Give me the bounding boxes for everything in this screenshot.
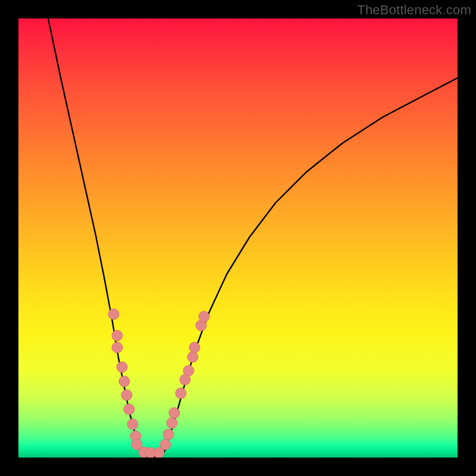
data-marker <box>189 342 200 353</box>
data-marker <box>121 390 132 400</box>
data-marker <box>169 408 180 418</box>
marker-layer <box>108 309 209 458</box>
data-marker <box>183 365 194 376</box>
data-marker <box>124 404 134 415</box>
chart-svg <box>18 18 458 458</box>
data-marker <box>187 352 198 362</box>
data-marker <box>199 311 209 322</box>
data-marker <box>176 388 186 399</box>
data-marker <box>119 376 130 387</box>
data-marker <box>163 429 174 440</box>
data-marker <box>167 418 177 428</box>
data-marker <box>108 309 119 320</box>
data-marker <box>127 419 138 430</box>
plot-area <box>18 18 458 458</box>
data-marker <box>160 439 171 450</box>
chart-frame: TheBottleneck.com <box>0 0 476 476</box>
data-marker <box>112 342 123 353</box>
data-marker <box>112 330 123 341</box>
bottleneck-curve <box>48 18 458 457</box>
watermark-text: TheBottleneck.com <box>357 2 471 18</box>
data-marker <box>117 362 127 372</box>
